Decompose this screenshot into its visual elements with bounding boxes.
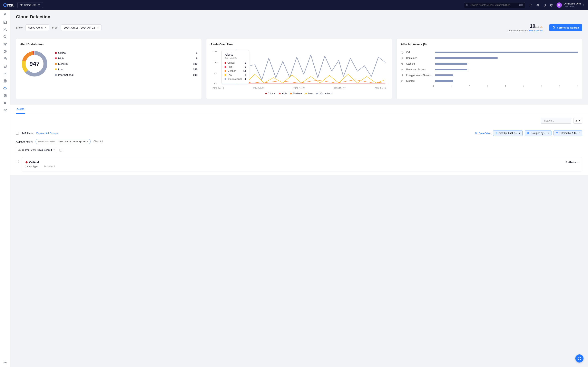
filter-chip[interactable]: Time Discovered = 2024 Jan 16 - 2024 Apr… — [35, 139, 91, 144]
group-count[interactable]: 5 Alerts ▼ — [566, 161, 579, 164]
user-org: Orca Demo — [564, 5, 581, 8]
nav-shield-icon[interactable] — [3, 50, 7, 53]
bar-row[interactable]: Container — [401, 55, 578, 61]
download-button[interactable]: ▼ — [573, 118, 582, 124]
legend-item[interactable]: Critical — [265, 92, 276, 95]
tooltip-date: 2024 Jan 25 — [225, 57, 246, 59]
avatar-initial: O — [558, 4, 560, 7]
nav-check-icon[interactable] — [3, 64, 7, 68]
search-input[interactable] — [470, 4, 517, 7]
announce-icon[interactable] — [536, 3, 539, 7]
legend-item[interactable]: Low — [305, 92, 312, 95]
asset-type-icon — [401, 57, 404, 59]
legend-value: 9 — [196, 57, 198, 60]
save-view-label: Save View — [479, 132, 491, 135]
nav-package-icon[interactable] — [3, 57, 7, 61]
legend-item[interactable]: Informational — [316, 92, 333, 95]
nav-user-icon[interactable] — [3, 94, 7, 98]
svg-text:0: 0 — [214, 82, 217, 84]
group-button[interactable]: Grouped by ... ▼ — [525, 130, 552, 136]
bar-row[interactable]: Encryption and Secrets — [401, 72, 578, 78]
svg-rect-0 — [20, 4, 21, 5]
side-nav — [0, 10, 10, 367]
header-icons — [529, 3, 553, 7]
clear-all-link[interactable]: Clear All — [94, 140, 103, 143]
nav-dashboard-icon[interactable] — [3, 20, 7, 24]
x-axis-labels: 2024 Jan 162024 Feb 072024 Feb 262024 Ma… — [210, 86, 388, 89]
svg-rect-7 — [4, 21, 7, 24]
logo-icon — [3, 3, 7, 7]
caret-down-icon: ▼ — [45, 26, 47, 29]
legend-item[interactable]: Medium — [290, 92, 302, 95]
nav-shuffle-icon[interactable] — [3, 108, 7, 112]
from-dropdown[interactable]: 2024 Jan 16 - 2024 Apr 16▼ — [61, 25, 102, 31]
svg-point-10 — [6, 43, 6, 44]
global-search[interactable]: ⌘ K — [464, 2, 525, 8]
forensics-search-button[interactable]: Forensics Search — [549, 24, 582, 31]
nav-database-icon[interactable] — [3, 79, 7, 83]
filter-button[interactable]: Filtered by 1 fi.. ▼ — [553, 130, 582, 136]
tab-alerts[interactable]: Alerts — [16, 105, 25, 114]
count-number: 947 — [22, 132, 26, 135]
flag-icon[interactable] — [529, 3, 532, 7]
filter-chip-value: 2024 Jan 16 - 2024 Apr 16 — [58, 140, 86, 143]
legend-item[interactable]: High9 — [55, 56, 198, 61]
critical-badge-icon — [25, 161, 28, 164]
bar-row[interactable]: Storage — [401, 78, 578, 84]
legend-item[interactable]: Medium180 — [55, 61, 198, 67]
list-search[interactable] — [541, 118, 571, 124]
legend-value: 180 — [193, 62, 198, 66]
see-accounts-link[interactable]: See Accounts — [529, 29, 543, 32]
current-view-dropdown[interactable]: Current View Orca Default ▼ — [16, 147, 57, 153]
card-title: Affected Assets (6) — [401, 43, 578, 46]
connected-accounts: 10/13⚠ Connected Accounts See Accounts — [508, 23, 543, 32]
svg-point-18 — [4, 95, 6, 96]
list-search-input[interactable] — [544, 119, 575, 122]
legend-swatch — [55, 68, 57, 70]
nav-search-icon[interactable] — [3, 35, 7, 39]
nav-graph-icon[interactable] — [3, 42, 7, 46]
show-dropdown[interactable]: Active Alerts▼ — [26, 25, 49, 31]
filter-label: Filtered by — [559, 132, 571, 134]
svg-point-12 — [5, 51, 5, 52]
nav-report-icon[interactable] — [3, 72, 7, 75]
svg-rect-46 — [528, 133, 529, 134]
help-icon[interactable] — [550, 3, 553, 7]
user-menu[interactable]: O Orca Demo Orca Orca Demo ▼ — [557, 2, 585, 8]
alert-group-row[interactable]: Critical 1 Alert Type Malware 5 5 Alerts… — [22, 157, 582, 171]
select-all-checkbox[interactable] — [16, 132, 19, 134]
legend-swatch — [55, 52, 57, 54]
bar-row[interactable]: VM — [401, 50, 578, 55]
from-value: 2024 Jan 16 - 2024 Apr 16 — [64, 26, 95, 29]
remove-filter-icon[interactable]: × — [87, 140, 88, 143]
affected-assets-card: Affected Assets (6) VMContainerAccountUs… — [397, 38, 582, 99]
forensics-label: Forensics Search — [557, 26, 579, 29]
legend-item[interactable]: Informational598 — [55, 72, 198, 78]
bar-label: Container — [406, 57, 433, 59]
caret-down-icon: ▼ — [579, 120, 580, 122]
unit-selector[interactable]: Select Unit ▼ — [17, 2, 43, 8]
page-title: Cloud Detection — [16, 14, 582, 20]
legend-item[interactable]: High — [279, 92, 287, 95]
show-label: Show — [16, 26, 23, 29]
legend-item[interactable]: Critical5 — [55, 50, 198, 56]
nav-cloud-icon[interactable] — [3, 86, 7, 90]
bell-icon[interactable] — [543, 3, 546, 7]
nav-infinity-icon[interactable] — [3, 101, 7, 105]
expand-all-link[interactable]: Expand All Groups — [36, 132, 58, 135]
save-view-button[interactable]: Save View — [475, 132, 491, 135]
legend-item[interactable]: Low155 — [55, 67, 198, 72]
bar-row[interactable]: Account — [401, 61, 578, 67]
group-checkbox[interactable] — [16, 160, 19, 163]
legend-label: Critical — [58, 51, 66, 54]
info-icon[interactable]: i — [59, 149, 62, 152]
donut-total: 947 — [20, 50, 49, 78]
nav-settings-icon[interactable] — [3, 360, 7, 364]
nav-lock-icon[interactable] — [3, 13, 7, 17]
sort-button[interactable]: Sort by Last S... ▼ — [493, 130, 523, 136]
nav-alert-icon[interactable] — [3, 28, 7, 31]
chat-fab[interactable] — [575, 354, 584, 363]
bar-row[interactable]: Users and Access — [401, 67, 578, 72]
svg-rect-43 — [527, 132, 528, 133]
svg-point-19 — [4, 362, 6, 363]
